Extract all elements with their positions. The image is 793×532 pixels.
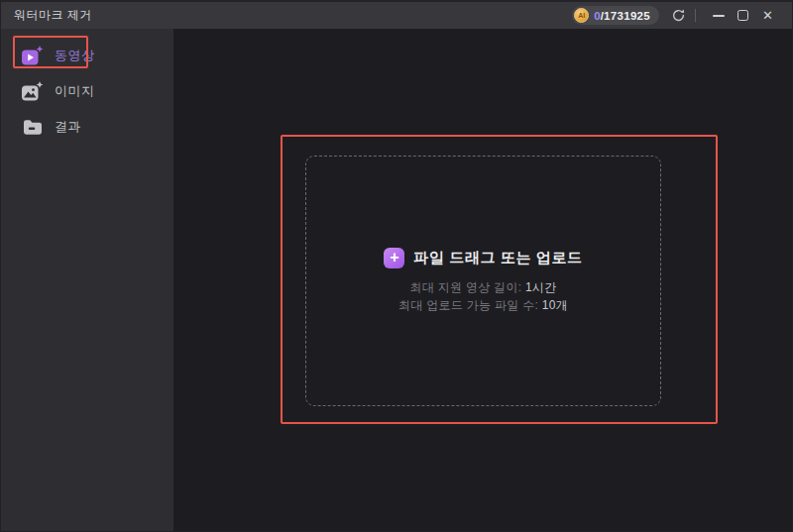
main-area: + 파일 드래그 또는 업로드 최대 지원 영상 길이: 1시간 최대 업로드 … (173, 29, 792, 531)
video-icon (21, 46, 44, 66)
sidebar-item-video[interactable]: 동영상 (1, 38, 173, 73)
credits-total: /1731925 (601, 10, 650, 22)
hint-value: 10개 (542, 298, 568, 312)
maximize-button[interactable] (731, 6, 755, 26)
app-window: 워터마크 제거 AI 0 /1731925 ✕ (0, 0, 793, 532)
folder-icon (21, 118, 44, 137)
hint-label: 최대 지원 영상 길이: (409, 280, 525, 294)
titlebar-controls: AI 0 /1731925 ✕ (572, 6, 780, 26)
plus-upload-icon[interactable]: + (384, 248, 404, 268)
sidebar-item-results[interactable]: 결과 (1, 109, 173, 145)
sidebar-item-label: 동영상 (55, 47, 95, 64)
dropzone-heading: 파일 드래그 또는 업로드 (413, 249, 582, 267)
app-body: 동영상 이미지 (1, 29, 792, 531)
image-icon (21, 81, 44, 102)
credits-badge[interactable]: AI 0 /1731925 (572, 6, 659, 25)
sidebar-item-label: 결과 (55, 118, 81, 136)
dropzone-hint-max-files: 최대 업로드 가능 파일 수: 10개 (398, 297, 568, 315)
close-icon: ✕ (762, 9, 773, 22)
sidebar-item-label: 이미지 (55, 82, 95, 100)
ai-coin-icon: AI (574, 8, 589, 23)
hint-value: 1시간 (525, 280, 557, 294)
titlebar-divider (695, 9, 696, 22)
refresh-icon (671, 8, 686, 23)
minimize-button[interactable] (706, 6, 731, 26)
minimize-icon (713, 15, 725, 17)
sidebar: 동영상 이미지 (1, 29, 173, 531)
maximize-icon (737, 10, 748, 21)
dropzone-hint-max-length: 최대 지원 영상 길이: 1시간 (409, 279, 556, 297)
refresh-button[interactable] (669, 7, 687, 25)
close-button[interactable]: ✕ (755, 6, 780, 26)
file-dropzone[interactable]: + 파일 드래그 또는 업로드 최대 지원 영상 길이: 1시간 최대 업로드 … (305, 156, 661, 406)
titlebar: 워터마크 제거 AI 0 /1731925 ✕ (1, 2, 792, 29)
hint-label: 최대 업로드 가능 파일 수: (398, 298, 542, 312)
sidebar-item-image[interactable]: 이미지 (1, 73, 173, 109)
window-title: 워터마크 제거 (14, 7, 92, 24)
dropzone-heading-row: + 파일 드래그 또는 업로드 (384, 248, 582, 268)
